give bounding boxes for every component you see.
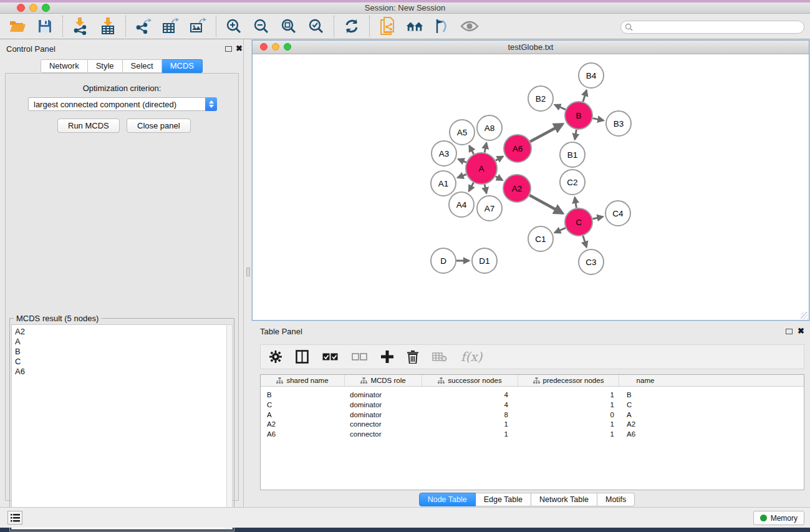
graph-edge-A-A1[interactable] <box>458 175 466 178</box>
tab-node-table[interactable]: Node Table <box>419 493 476 506</box>
table-row[interactable]: Bdominator41B <box>261 390 804 400</box>
table-cell[interactable]: 1 <box>422 430 518 440</box>
resize-grip-icon[interactable] <box>801 312 808 319</box>
graph-edge-A-A5[interactable] <box>470 146 474 154</box>
table-cell[interactable]: 1 <box>518 400 619 410</box>
column-header-MCDS-role[interactable]: MCDS role <box>345 375 422 386</box>
tab-select[interactable]: Select <box>123 59 162 73</box>
graph-node-C3[interactable]: C3 <box>579 249 604 274</box>
graph-node-A[interactable]: A <box>466 153 497 184</box>
close-traffic-light[interactable] <box>17 4 25 12</box>
graph-node-D[interactable]: D <box>431 248 456 273</box>
table-cell[interactable]: 1 <box>518 390 619 400</box>
close-panel-button[interactable]: Close panel <box>127 118 191 133</box>
graph-node-A1[interactable]: A1 <box>431 171 456 196</box>
tab-mcds[interactable]: MCDS <box>162 59 203 73</box>
birdseye-icon[interactable] <box>460 17 479 36</box>
graph-edge-A2-C[interactable] <box>529 195 562 213</box>
graph-edge-C-C3[interactable] <box>583 236 587 247</box>
zoom-in-icon[interactable] <box>224 17 243 36</box>
table-cell[interactable]: A2 <box>619 420 672 430</box>
graph-edge-C-C4[interactable] <box>593 216 603 219</box>
mcds-result-item[interactable]: A6 <box>15 367 227 377</box>
task-history-button[interactable] <box>7 511 22 525</box>
float-window-icon[interactable] <box>225 46 232 52</box>
unselect-all-columns-icon[interactable] <box>352 353 367 361</box>
graph-node-B[interactable]: B <box>565 102 592 129</box>
hide-panels-icon[interactable] <box>433 17 451 36</box>
graph-node-A4[interactable]: A4 <box>449 192 474 217</box>
table-cell[interactable]: 4 <box>422 400 518 410</box>
show-column-panel-icon[interactable] <box>296 350 309 364</box>
float-window-icon[interactable] <box>786 329 793 334</box>
graph-node-B2[interactable]: B2 <box>528 86 553 111</box>
graph-edge-A-A4[interactable] <box>469 183 473 191</box>
zoom-fit-icon[interactable] <box>279 17 298 36</box>
graph-edge-C-C2[interactable] <box>575 198 577 208</box>
graph-edge-B-B3[interactable] <box>593 118 604 121</box>
tab-network[interactable]: Network <box>41 59 88 73</box>
graph-edge-A6-B[interactable] <box>530 124 562 142</box>
table-cell[interactable]: connector <box>345 430 422 440</box>
column-header-name[interactable]: name <box>619 375 672 386</box>
refresh-icon[interactable] <box>342 17 361 36</box>
graph-node-C[interactable]: C <box>565 208 592 236</box>
table-cell[interactable]: A6 <box>619 430 672 440</box>
graph-edge-C-C1[interactable] <box>555 228 566 233</box>
column-header-successor-nodes[interactable]: successor nodes <box>422 375 518 386</box>
table-row[interactable]: A6connector11A6 <box>261 430 804 440</box>
graph-edge-B-B4[interactable] <box>583 90 587 102</box>
table-cell[interactable]: dominator <box>345 390 422 400</box>
graph-edge-A-A8[interactable] <box>485 143 486 152</box>
tab-style[interactable]: Style <box>88 59 123 73</box>
mcds-result-item[interactable]: B <box>15 347 227 357</box>
graph-node-B1[interactable]: B1 <box>560 142 585 167</box>
mcds-result-scrollbar[interactable] <box>226 324 233 530</box>
graph-edge-A-A2[interactable] <box>496 177 503 180</box>
table-cell[interactable]: connector <box>345 420 422 430</box>
graph-node-C2[interactable]: C2 <box>560 170 585 195</box>
table-cell[interactable]: 1 <box>518 420 619 430</box>
delete-column-trash-icon[interactable] <box>407 351 418 364</box>
network-minimize-traffic-light[interactable] <box>272 43 279 51</box>
table-cell[interactable]: A <box>261 410 345 420</box>
table-cell[interactable]: A <box>619 410 672 420</box>
table-cell[interactable]: C <box>619 400 672 410</box>
tab-motifs[interactable]: Motifs <box>597 493 635 506</box>
network-canvas[interactable]: B4B2BB3B1A5A8A6A3AA1A2C2A4A7C4CC1C3DD1 <box>253 54 809 320</box>
table-cell[interactable]: 0 <box>518 410 619 420</box>
table-settings-gear-icon[interactable] <box>269 351 282 363</box>
network-window-titlebar[interactable]: testGlobe.txt <box>253 41 809 54</box>
table-cell[interactable]: dominator <box>345 410 422 420</box>
table-cell[interactable]: 1 <box>422 420 518 430</box>
graph-node-A3[interactable]: A3 <box>432 141 456 166</box>
open-file-icon[interactable] <box>8 17 27 36</box>
graph-edge-A-A6[interactable] <box>496 157 503 161</box>
graph-edge-A-A3[interactable] <box>458 159 466 162</box>
panel-splitter-handle[interactable] <box>246 268 250 276</box>
graph-node-B3[interactable]: B3 <box>606 111 631 136</box>
criterion-dropdown[interactable]: largest connected component (directed) <box>28 97 217 111</box>
graph-node-B4[interactable]: B4 <box>579 63 604 88</box>
table-cell[interactable]: 1 <box>518 430 619 440</box>
close-icon[interactable]: ✖ <box>798 326 804 336</box>
table-row[interactable]: A2connector11A2 <box>261 420 804 430</box>
zoom-traffic-light[interactable] <box>42 4 50 12</box>
graph-node-A5[interactable]: A5 <box>450 120 475 145</box>
graph-node-C1[interactable]: C1 <box>528 226 553 251</box>
zoom-out-icon[interactable] <box>252 17 271 36</box>
table-cell[interactable]: dominator <box>345 400 422 410</box>
graph-edge-A-A7[interactable] <box>485 185 486 193</box>
search-input[interactable] <box>633 22 804 32</box>
table-cell[interactable]: B <box>261 390 345 400</box>
network-close-traffic-light[interactable] <box>260 43 268 51</box>
run-mcds-button[interactable]: Run MCDS <box>57 118 120 133</box>
export-image-icon[interactable] <box>189 17 208 36</box>
save-session-icon[interactable] <box>36 17 54 36</box>
table-cell[interactable]: C <box>261 400 345 410</box>
mcds-result-list[interactable]: A2ABCA6 <box>11 324 228 530</box>
graph-node-D1[interactable]: D1 <box>472 248 497 273</box>
table-cell[interactable]: A2 <box>261 420 345 430</box>
tab-network-table[interactable]: Network Table <box>531 493 597 506</box>
column-header-predecessor-nodes[interactable]: predecessor nodes <box>518 375 619 386</box>
